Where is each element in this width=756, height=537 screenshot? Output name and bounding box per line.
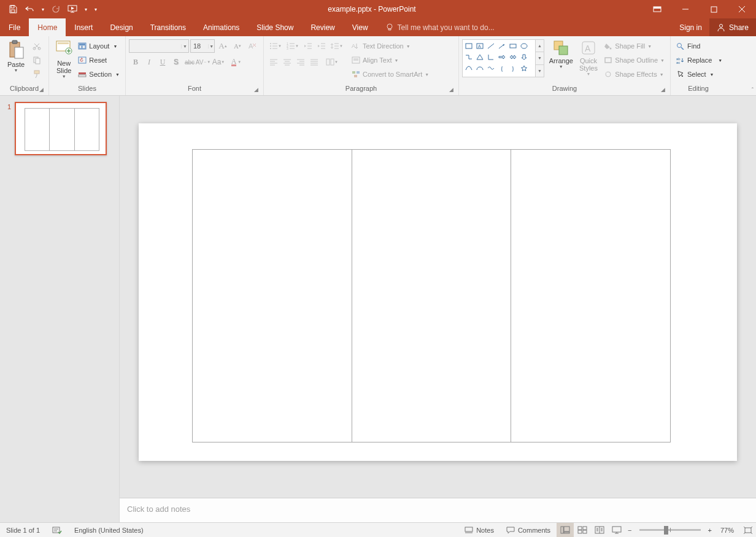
zoom-slider[interactable] — [639, 529, 701, 531]
shape-lbrace-icon[interactable]: { — [497, 63, 507, 73]
notes-toggle[interactable]: Notes — [458, 523, 500, 537]
sign-in-button[interactable]: Sign in — [672, 18, 709, 36]
shape-star-icon[interactable] — [519, 63, 529, 73]
font-color-button[interactable]: A▼ — [227, 55, 245, 69]
shapes-more[interactable]: ▼ — [536, 65, 544, 77]
replace-button[interactable]: abacReplace▼ — [674, 53, 725, 67]
zoom-in-button[interactable]: + — [706, 523, 714, 537]
normal-view-button[interactable] — [557, 523, 574, 538]
align-left-button[interactable] — [267, 55, 280, 69]
zoom-handle[interactable] — [664, 526, 668, 535]
tab-slideshow[interactable]: Slide Show — [248, 18, 302, 36]
tab-design[interactable]: Design — [101, 18, 141, 36]
slideshow-view-button[interactable] — [608, 523, 625, 538]
shape-oval-icon[interactable] — [519, 41, 529, 51]
tab-home[interactable]: Home — [29, 18, 66, 36]
quick-styles-button[interactable]: A Quick Styles ▼ — [576, 38, 602, 83]
convert-smartart-button[interactable]: Convert to SmartArt▼ — [349, 68, 431, 81]
shapes-scroll-up[interactable]: ▲ — [536, 40, 544, 52]
shape-effects-button[interactable]: Shape Effects▼ — [601, 68, 667, 81]
tab-animations[interactable]: Animations — [195, 18, 248, 36]
font-size-combo[interactable]: ▼ — [190, 39, 215, 53]
tell-me-search[interactable]: Tell me what you want to do... — [377, 18, 495, 36]
redo-button[interactable] — [48, 1, 64, 17]
bullets-button[interactable]: ▼ — [267, 39, 284, 53]
start-slideshow-button[interactable] — [65, 1, 81, 17]
bold-button[interactable]: B — [129, 55, 142, 69]
shape-rbrace-icon[interactable]: } — [508, 63, 518, 73]
shape-fill-button[interactable]: Shape Fill▼ — [601, 39, 667, 53]
shape-wave-icon[interactable] — [486, 63, 496, 73]
shape-textbox-icon[interactable]: A — [475, 41, 485, 51]
shape-elbow-icon[interactable] — [464, 52, 474, 62]
align-center-button[interactable] — [280, 55, 294, 69]
comments-toggle[interactable]: Comments — [500, 523, 557, 537]
increase-indent-button[interactable] — [315, 39, 328, 53]
shape-rect-icon[interactable] — [464, 41, 474, 51]
align-right-button[interactable] — [294, 55, 307, 69]
clipboard-launcher[interactable]: ◢ — [37, 87, 45, 95]
slideshow-dropdown-icon[interactable]: ▾ — [82, 7, 90, 12]
tab-view[interactable]: View — [344, 18, 377, 36]
maximize-button[interactable] — [700, 0, 728, 18]
select-button[interactable]: Select▼ — [674, 68, 725, 81]
change-case-button[interactable]: Aa▼ — [210, 55, 227, 69]
italic-button[interactable]: I — [142, 55, 156, 69]
reset-button[interactable]: Reset — [75, 53, 122, 67]
slide-sorter-button[interactable] — [574, 523, 591, 538]
shape-line-icon[interactable] — [486, 41, 496, 51]
paste-button[interactable]: Paste ▼ — [3, 38, 29, 83]
tab-insert[interactable]: Insert — [66, 18, 101, 36]
font-name-combo[interactable]: ▼ — [129, 39, 189, 53]
slide-canvas-scroll[interactable] — [120, 96, 756, 498]
columns-button[interactable]: ▼ — [323, 55, 341, 69]
shape-rect2-icon[interactable] — [508, 41, 518, 51]
slide-thumbnails-pane[interactable]: 1 — [0, 96, 120, 522]
undo-dropdown-icon[interactable]: ▾ — [39, 7, 47, 12]
text-direction-button[interactable]: AText Direction▼ — [349, 39, 431, 53]
table-cell[interactable] — [511, 150, 670, 442]
line-spacing-button[interactable]: ▼ — [328, 39, 345, 53]
format-painter-button[interactable] — [30, 68, 44, 81]
font-name-input[interactable] — [129, 42, 181, 50]
arrange-button[interactable]: Arrange ▼ — [547, 38, 576, 83]
zoom-level[interactable]: 77% — [714, 523, 740, 537]
cut-button[interactable] — [30, 39, 44, 53]
slide-indicator[interactable]: Slide 1 of 1 — [0, 523, 46, 537]
fit-to-window-button[interactable] — [740, 523, 756, 537]
shapes-gallery[interactable]: A { } — [462, 39, 544, 77]
strikethrough-button[interactable]: abc — [183, 55, 196, 69]
share-button[interactable]: Share — [709, 18, 756, 36]
language-indicator[interactable]: English (United States) — [68, 523, 150, 537]
font-launcher[interactable]: ◢ — [252, 87, 260, 95]
close-button[interactable] — [728, 0, 756, 18]
table-cell[interactable] — [193, 150, 352, 442]
shape-arc-icon[interactable] — [475, 63, 485, 73]
shape-l-icon[interactable] — [486, 52, 496, 62]
minimize-button[interactable] — [671, 0, 700, 18]
spellcheck-button[interactable] — [46, 523, 68, 537]
shadow-button[interactable]: S — [169, 55, 183, 69]
copy-button[interactable] — [30, 53, 44, 67]
tab-review[interactable]: Review — [302, 18, 343, 36]
reading-view-button[interactable] — [591, 523, 608, 538]
shape-triangle-icon[interactable] — [475, 52, 485, 62]
undo-button[interactable] — [22, 1, 38, 17]
char-spacing-button[interactable]: AV↔▼ — [196, 55, 210, 69]
underline-button[interactable]: U — [156, 55, 169, 69]
tab-file[interactable]: File — [0, 18, 29, 36]
grow-font-button[interactable]: A▴ — [216, 39, 230, 53]
section-button[interactable]: Section▼ — [75, 68, 122, 81]
new-slide-button[interactable]: New Slide ▼ — [52, 38, 75, 83]
find-button[interactable]: Find — [674, 39, 725, 53]
shape-downarrow-icon[interactable] — [519, 52, 529, 62]
table-cell[interactable] — [352, 150, 512, 442]
slide-1-thumbnail[interactable] — [15, 102, 107, 155]
zoom-out-button[interactable]: − — [625, 523, 634, 537]
clear-formatting-button[interactable]: A — [245, 39, 259, 53]
numbering-button[interactable]: 123▼ — [284, 39, 301, 53]
qat-customize-dropdown[interactable]: ▾ — [91, 7, 101, 12]
shape-arrow-icon[interactable] — [497, 41, 507, 51]
shape-flow-icon[interactable] — [464, 63, 474, 73]
notes-pane[interactable]: Click to add notes — [120, 498, 756, 522]
